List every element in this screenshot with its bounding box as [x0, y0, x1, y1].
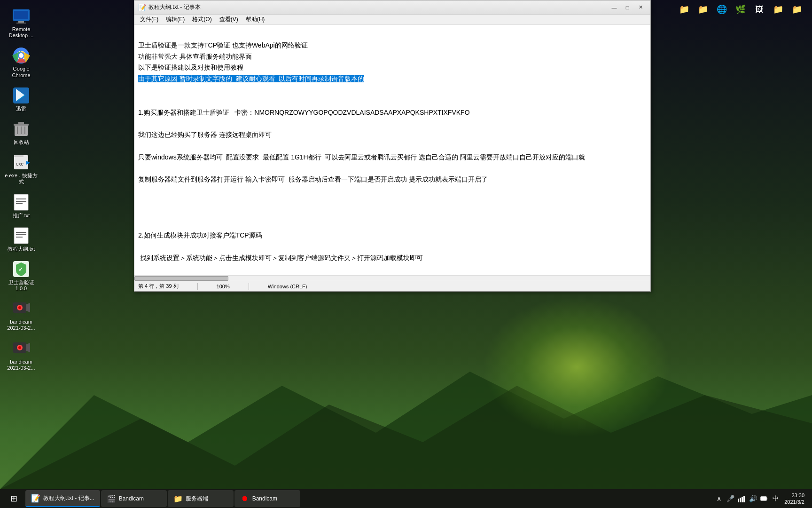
promote-txt-label: 推广.txt — [13, 213, 30, 219]
tray-ime-indicator[interactable]: 中 — [771, 494, 781, 503]
svg-rect-20 — [14, 155, 23, 157]
svg-rect-43 — [742, 497, 743, 502]
line-7: 只要windows系统服务器均可 配置没要求 最低配置 1G1H都行 可以去阿里… — [138, 153, 585, 161]
svg-marker-1 — [0, 386, 812, 489]
svg-rect-44 — [743, 496, 745, 502]
line-10: 找到系统设置＞系统功能＞点击生成模块即可＞复制到客户端源码文件夹＞打开源码加载模… — [138, 254, 423, 262]
desktop-icon-bandicam1[interactable]: bandicam 2021-03-2... — [2, 297, 40, 333]
svg-point-36 — [18, 306, 21, 309]
tray-speaker-icon[interactable]: 🔊 — [748, 494, 757, 503]
statusbar-sep-1 — [197, 283, 198, 290]
line-2: 功能非常强大 具体查看服务端功能界面 — [138, 53, 252, 60]
notepad-statusbar: 第 4 行，第 39 列 100% Windows (CRLF) — [134, 281, 650, 291]
bandicam2-label: bandicam 2021-03-2... — [7, 359, 35, 371]
statusbar-position: 第 4 行，第 39 列 — [138, 283, 179, 290]
promote-txt-icon — [12, 193, 31, 212]
line-9: 2.如何生成模块并成功对接客户端TCP源码 — [138, 231, 262, 239]
top-folder-icon-1[interactable]: 📁 — [677, 2, 692, 17]
taskbar-bandicam-label: Bandicam — [119, 495, 144, 502]
recycle-bin-icon — [12, 119, 31, 138]
svg-rect-5 — [16, 23, 26, 24]
shield-icon: ✓ — [12, 260, 31, 278]
taskbar-bandicam-icon: 🎬 — [107, 494, 116, 503]
top-taskbar: 📁 📁 🌐 🌿 🖼 📁 📁 — [0, 0, 812, 19]
top-image-icon[interactable]: 🖼 — [752, 2, 767, 17]
notepad-horizontal-scrollbar[interactable] — [134, 275, 650, 281]
tray-mic-icon[interactable]: 🎤 — [726, 494, 735, 503]
line-4-highlighted: 由于其它原因 暂时录制文字版的 建议耐心观看 以后有时间再录制语音版本的 — [138, 75, 364, 82]
taskbar-notepad-label: 教程大纲.txt - 记事... — [43, 494, 94, 502]
taskbar-servers-label: 服务器端 — [186, 495, 208, 503]
bandicam1-icon — [12, 299, 31, 318]
desktop-icon-shield[interactable]: ✓ 卫士盾验证 1.0.0 — [2, 258, 40, 294]
svg-text:exe: exe — [16, 161, 24, 167]
svg-point-40 — [18, 346, 21, 349]
statusbar-sep-2 — [249, 283, 249, 290]
bandicam2-icon — [12, 339, 31, 358]
line-6: 我们这边已经购买了服务器 连接远程桌面即可 — [138, 131, 272, 138]
xunlei-icon — [12, 86, 31, 105]
svg-rect-41 — [738, 499, 739, 502]
svg-rect-4 — [18, 21, 24, 23]
desktop-icon-google-chrome[interactable]: Google Chrome — [2, 44, 40, 80]
desktop-icon-recycle-bin[interactable]: 回收站 — [2, 118, 40, 147]
top-folder-icon-2[interactable]: 📁 — [695, 2, 710, 17]
top-folder-icon-3[interactable]: 📁 — [771, 2, 786, 17]
statusbar-zoom: 100% — [217, 284, 230, 289]
shield-label: 卫士盾验证 1.0.0 — [8, 279, 34, 292]
line-5: 1.购买服务器和搭建卫士盾验证 卡密：NMORNQRZOWYYGOPQODZVD… — [138, 109, 470, 116]
desktop-icon-list: Remote Desktop ... Google Chrome — [0, 0, 42, 508]
taskbar-bandicam2-label: Bandicam — [252, 495, 277, 502]
taskbar: ⊞ 📝 教程大纲.txt - 记事... 🎬 Bandicam 📁 服务器端 ⏺… — [0, 489, 812, 508]
xunlei-label: 迅雷 — [16, 106, 26, 112]
svg-marker-38 — [26, 343, 30, 352]
top-chrome-icon[interactable]: 🌐 — [714, 2, 729, 17]
desktop-icon-exe[interactable]: exe e.exe - 快捷方式 — [2, 151, 40, 187]
notepad-window: 📝 教程大纲.txt - 记事本 — □ ✕ 文件(F) 编辑(E) 格式(O)… — [134, 0, 651, 292]
desktop-icon-outline-txt[interactable]: 教程大纲.txt — [2, 224, 40, 254]
svg-rect-42 — [740, 498, 741, 502]
line-3: 以下是验证搭建以及对接和使用教程 — [138, 64, 243, 71]
tray-chevron[interactable]: ∧ — [714, 494, 724, 503]
svg-text:✓: ✓ — [18, 266, 23, 273]
tray-network-icon[interactable] — [737, 494, 746, 503]
bandicam1-label: bandicam 2021-03-2... — [7, 319, 35, 331]
desktop-icon-bandicam2[interactable]: bandicam 2021-03-2... — [2, 337, 40, 373]
line-1: 卫士盾验证是一款支持TCP验证 也支持WebApi的网络验证 — [138, 41, 308, 49]
taskbar-tray: ∧ 🎤 🔊 中 23:30 20 — [710, 492, 810, 506]
svg-rect-23 — [14, 194, 28, 210]
scrollbar-thumb-horizontal[interactable] — [134, 276, 228, 281]
taskbar-bandicam[interactable]: 🎬 Bandicam — [101, 490, 167, 507]
notepad-text-area[interactable]: 卫士盾验证是一款支持TCP验证 也支持WebApi的网络验证 功能非常强大 具体… — [134, 25, 650, 275]
line-8: 复制服务器端文件到服务器打开运行 输入卡密即可 服务器启动后查看一下端口是否开启… — [138, 175, 488, 183]
notepad-content-area[interactable]: 卫士盾验证是一款支持TCP验证 也支持WebApi的网络验证 功能非常强大 具体… — [134, 25, 650, 275]
top-folder-icon-4[interactable]: 📁 — [789, 2, 804, 17]
taskbar-bandicam2[interactable]: ⏺ Bandicam — [234, 490, 300, 507]
recycle-bin-label: 回收站 — [14, 139, 29, 145]
taskbar-servers-icon: 📁 — [173, 494, 183, 503]
svg-point-9 — [19, 53, 23, 58]
desktop-icon-promote-txt[interactable]: 推广.txt — [2, 191, 40, 221]
taskbar-notepad-icon: 📝 — [31, 493, 40, 503]
svg-marker-34 — [26, 303, 30, 312]
taskbar-servers[interactable]: 📁 服务器端 — [168, 490, 234, 507]
taskbar-items: 📝 教程大纲.txt - 记事... 🎬 Bandicam 📁 服务器端 ⏺ B… — [25, 490, 710, 507]
taskbar-bandicam2-icon: ⏺ — [240, 494, 250, 503]
svg-rect-46 — [766, 498, 767, 500]
top-plant-icon[interactable]: 🌿 — [733, 2, 748, 17]
outline-txt-icon — [12, 226, 31, 245]
chrome-icon — [12, 46, 31, 65]
exe-label: e.exe - 快捷方式 — [4, 173, 38, 185]
start-button[interactable]: ⊞ — [2, 490, 25, 507]
tent-glow — [483, 296, 671, 437]
taskbar-notepad[interactable]: 📝 教程大纲.txt - 记事... — [25, 490, 100, 507]
svg-rect-15 — [18, 122, 24, 125]
tray-battery-icon[interactable] — [759, 494, 769, 503]
desktop-icon-xunlei[interactable]: 迅雷 — [2, 84, 40, 114]
outline-txt-label: 教程大纲.txt — [8, 246, 35, 252]
tray-date: 2021/3/2 — [784, 499, 804, 505]
mountain-background — [0, 348, 812, 489]
svg-rect-47 — [761, 497, 766, 500]
tray-clock[interactable]: 23:30 2021/3/2 — [782, 492, 806, 506]
remote-desktop-label: Remote Desktop ... — [4, 26, 38, 39]
